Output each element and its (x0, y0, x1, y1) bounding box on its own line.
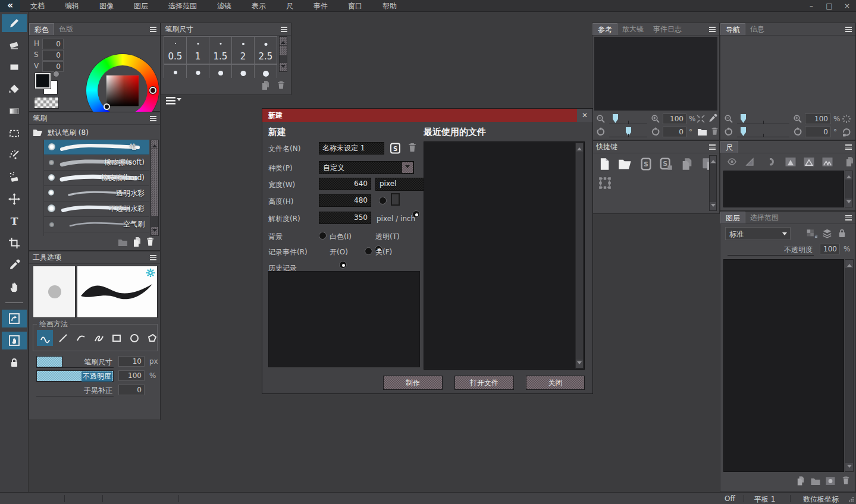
new-layer-folder-icon[interactable] (810, 477, 821, 486)
layer-image-icon[interactable] (825, 477, 836, 486)
brush-size-slider[interactable]: 笔刷尺寸 (36, 356, 114, 368)
brush-row-selected[interactable]: 笔 (44, 140, 149, 155)
navigator-menu-icon[interactable] (845, 27, 852, 32)
shortcut-scrollbar[interactable] (709, 155, 717, 211)
ruler-listbox[interactable] (723, 171, 844, 207)
scroll-down-icon[interactable] (576, 360, 583, 368)
tab-color[interactable]: 彩色 (29, 23, 54, 35)
menu-view[interactable]: 表示 (242, 0, 276, 12)
portrait-radio[interactable] (379, 197, 387, 204)
size-cell[interactable]: 2.5 (254, 36, 277, 64)
brush-delete-icon[interactable] (145, 237, 155, 247)
brush-tip-preview[interactable] (33, 266, 76, 318)
hue-marker[interactable] (149, 87, 156, 94)
rotate-ccw-icon[interactable] (596, 127, 606, 137)
layer-lock-icon[interactable] (837, 228, 847, 238)
navigator-angle-value[interactable]: 0 (805, 127, 831, 137)
tab-event-log[interactable]: 事件日志 (648, 23, 686, 35)
scroll-down-icon[interactable] (280, 63, 287, 71)
zoom-out-icon[interactable] (724, 114, 733, 124)
create-button[interactable]: 制作 (383, 376, 443, 390)
draw-curve-button[interactable] (73, 330, 89, 346)
set-square-icon[interactable] (744, 157, 755, 166)
brush-size-value[interactable]: 10 (118, 356, 145, 367)
hsv-s-input[interactable]: 0 (42, 50, 64, 61)
transparent-color-swatch[interactable] (34, 97, 59, 109)
hsv-h-input[interactable]: 0 (42, 39, 64, 49)
rotate-slider-handle[interactable] (626, 127, 631, 136)
tool-hand[interactable] (2, 278, 27, 296)
close-dialog-button[interactable]: 关闭 (526, 376, 585, 390)
brush-row[interactable]: 透明水彩 (44, 186, 149, 201)
dropdown-caret-icon[interactable] (402, 162, 413, 173)
menu-help[interactable]: 帮助 (372, 0, 407, 12)
rotate-slider[interactable] (609, 128, 647, 137)
history-listbox[interactable] (268, 271, 420, 367)
delete-name-icon[interactable] (407, 142, 418, 153)
scroll-up-icon[interactable] (845, 260, 853, 268)
bg-white-radio[interactable] (319, 232, 327, 240)
dialog-titlebar[interactable]: 新建 ✕ (262, 109, 592, 122)
zoom-slider-handle[interactable] (613, 114, 618, 123)
size-cell[interactable]: 5 (209, 64, 232, 78)
tool-bucket[interactable] (2, 80, 27, 98)
ruler-duplicate-icon[interactable] (845, 156, 855, 167)
stabilizer-value[interactable]: 0 (118, 385, 145, 395)
tab-loupe[interactable]: 放大镜 (617, 23, 648, 35)
layer-opacity-slider[interactable]: 不透明度 (728, 244, 814, 256)
hsv-v-input[interactable]: 0 (42, 61, 64, 72)
brush-list-scrollbar[interactable] (150, 140, 159, 236)
brush-size-menu-icon[interactable] (281, 27, 287, 32)
new-file-icon[interactable] (598, 158, 610, 171)
reference-angle-value[interactable]: 0 (663, 127, 686, 137)
sv-marker[interactable] (104, 103, 110, 110)
tool-brush[interactable] (2, 14, 27, 32)
layer-menu-icon[interactable] (845, 215, 852, 220)
scroll-down-icon[interactable] (845, 463, 853, 471)
zoom-slider-handle[interactable] (741, 114, 746, 123)
zoom-slider[interactable] (737, 115, 789, 124)
filename-input[interactable]: 名称未设定 1 (319, 142, 384, 155)
tool-move-canvas[interactable] (2, 332, 27, 349)
copy-icon[interactable] (681, 158, 694, 171)
tool-options-menu-icon[interactable] (150, 255, 156, 260)
tool-move[interactable] (2, 190, 27, 208)
layer-opacity-value[interactable]: 100 (820, 244, 840, 254)
save-name-icon[interactable]: S (389, 142, 402, 155)
brush-row[interactable]: 橡皮擦(hard) (44, 171, 149, 186)
tool-rotate-view[interactable] (2, 310, 27, 327)
height-input[interactable]: 480 (319, 194, 371, 207)
brush-row[interactable]: 橡皮擦(soft) (44, 155, 149, 171)
tool-fill-rect[interactable] (2, 58, 27, 76)
save-as-icon[interactable]: S (660, 158, 673, 171)
transform-select-icon[interactable] (598, 177, 612, 190)
size-cell[interactable]: 1 (186, 36, 209, 64)
ruler-menu-icon[interactable] (845, 144, 852, 150)
tab-layers[interactable]: 图层 (720, 212, 745, 223)
scroll-thumb[interactable] (151, 149, 158, 216)
draw-rectangle-button[interactable] (108, 330, 124, 346)
brush-duplicate-icon[interactable] (132, 237, 142, 247)
rotate-cw-icon[interactable] (793, 127, 802, 137)
menu-image[interactable]: 图像 (89, 0, 124, 12)
zoom-in-icon[interactable] (651, 114, 660, 124)
menu-layer[interactable]: 图层 (124, 0, 158, 12)
maximize-button[interactable]: □ (820, 0, 838, 12)
delete-layer-icon[interactable] (841, 475, 851, 486)
shortcut-menu-icon[interactable] (709, 144, 716, 150)
brush-stroke-preview[interactable] (77, 266, 158, 318)
ruler-scrollbar[interactable] (845, 171, 853, 207)
recent-scrollbar[interactable] (575, 143, 584, 368)
menu-event[interactable]: 事件 (303, 0, 338, 12)
size-cell[interactable]: 2 (231, 36, 255, 64)
brush-panel-menu-icon[interactable] (150, 116, 156, 121)
rotate-slider-handle[interactable] (741, 127, 746, 136)
tab-ruler[interactable]: 尺 (720, 141, 738, 153)
draw-bezier-button[interactable] (90, 330, 106, 346)
tab-palette[interactable]: 色版 (54, 23, 78, 35)
open-reference-folder-icon[interactable] (697, 128, 707, 136)
open-file-button[interactable]: 打开文件 (454, 376, 514, 390)
pick-color-icon[interactable] (708, 114, 717, 123)
opacity-slider[interactable]: 不透明度 (36, 370, 114, 382)
menu-selection[interactable]: 选择范围 (158, 0, 207, 12)
